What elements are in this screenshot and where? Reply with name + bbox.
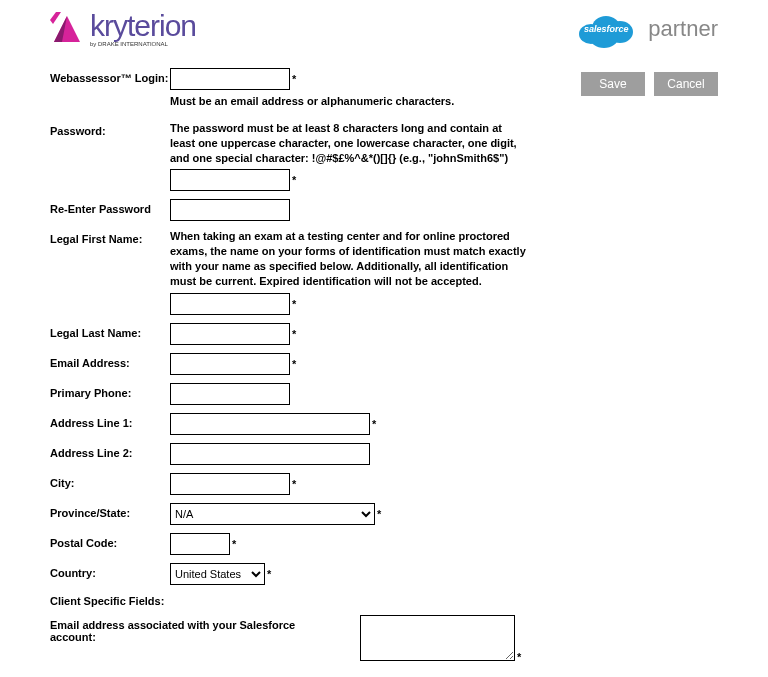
required-asterisk: * xyxy=(292,328,296,340)
city-label: City: xyxy=(50,473,170,489)
email-input[interactable] xyxy=(170,353,290,375)
addr2-input[interactable] xyxy=(170,443,370,465)
province-select[interactable]: N/A xyxy=(170,503,375,525)
addr2-label: Address Line 2: xyxy=(50,443,170,459)
required-asterisk: * xyxy=(292,478,296,490)
client-specific-section: Client Specific Fields: xyxy=(50,595,548,607)
addr1-label: Address Line 1: xyxy=(50,413,170,429)
salesforce-cloud-text: salesforce xyxy=(584,24,629,34)
partner-badge: salesforce partner xyxy=(576,10,718,48)
kryterion-logo: kryterion by DRAKE INTERNATIONAL xyxy=(50,11,196,47)
save-button[interactable]: Save xyxy=(581,72,645,96)
cancel-button[interactable]: Cancel xyxy=(654,72,718,96)
country-label: Country: xyxy=(50,563,170,579)
email-label: Email Address: xyxy=(50,353,170,369)
required-asterisk: * xyxy=(292,298,296,310)
partner-text: partner xyxy=(648,16,718,42)
required-asterisk: * xyxy=(267,568,271,580)
phone-input[interactable] xyxy=(170,383,290,405)
required-asterisk: * xyxy=(292,73,296,85)
required-asterisk: * xyxy=(517,651,521,663)
required-asterisk: * xyxy=(372,418,376,430)
city-input[interactable] xyxy=(170,473,290,495)
password-hint: The password must be at least 8 characte… xyxy=(170,121,530,166)
reenter-password-input[interactable] xyxy=(170,199,290,221)
country-select[interactable]: United States xyxy=(170,563,265,585)
province-label: Province/State: xyxy=(50,503,170,519)
sf-email-textarea[interactable] xyxy=(360,615,515,661)
login-hint: Must be an email address or alphanumeric… xyxy=(170,94,530,109)
addr1-input[interactable] xyxy=(170,413,370,435)
last-name-input[interactable] xyxy=(170,323,290,345)
login-input[interactable] xyxy=(170,68,290,90)
page-header: kryterion by DRAKE INTERNATIONAL salesfo… xyxy=(0,0,768,68)
action-buttons: Save Cancel xyxy=(568,68,718,663)
required-asterisk: * xyxy=(377,508,381,520)
reenter-label: Re-Enter Password xyxy=(50,199,170,215)
salesforce-cloud-icon: salesforce xyxy=(576,10,636,48)
svg-marker-2 xyxy=(50,12,61,24)
password-label: Password: xyxy=(50,121,170,137)
required-asterisk: * xyxy=(232,538,236,550)
postal-input[interactable] xyxy=(170,533,230,555)
postal-label: Postal Code: xyxy=(50,533,170,549)
first-name-hint: When taking an exam at a testing center … xyxy=(170,229,530,288)
registration-form: Webassessor™ Login: * Must be an email a… xyxy=(50,68,548,663)
kryterion-logo-mark xyxy=(50,12,84,46)
required-asterisk: * xyxy=(292,358,296,370)
last-name-label: Legal Last Name: xyxy=(50,323,170,339)
brand-word: kryterion xyxy=(90,11,196,41)
required-asterisk: * xyxy=(292,174,296,186)
sf-email-label: Email address associated with your Sales… xyxy=(50,615,340,643)
phone-label: Primary Phone: xyxy=(50,383,170,399)
first-name-input[interactable] xyxy=(170,293,290,315)
password-input[interactable] xyxy=(170,169,290,191)
login-label: Webassessor™ Login: xyxy=(50,68,170,84)
first-name-label: Legal First Name: xyxy=(50,229,170,245)
